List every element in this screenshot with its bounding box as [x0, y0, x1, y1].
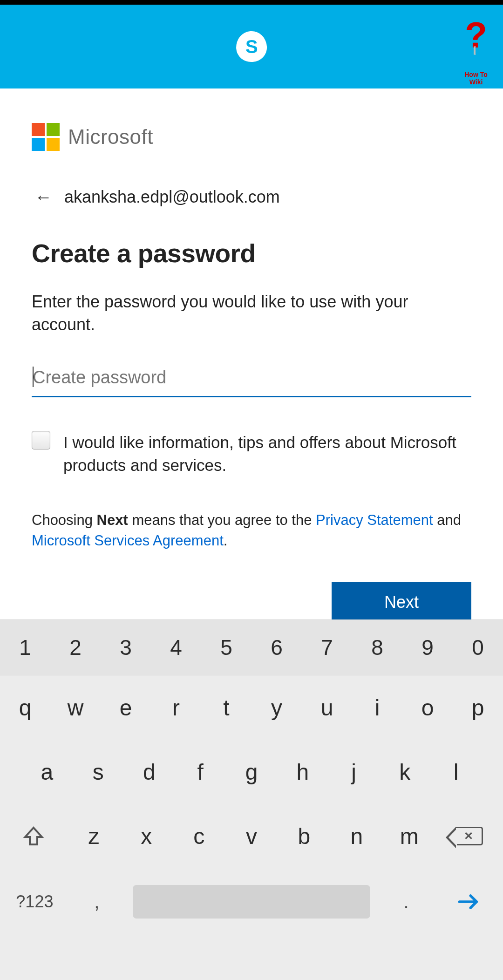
- key-f[interactable]: f: [176, 742, 224, 801]
- marketing-optin-checkbox[interactable]: [32, 431, 50, 449]
- keyboard-row-3: z x c v b n m ✕: [0, 804, 503, 868]
- key-a[interactable]: a: [23, 742, 71, 801]
- backspace-icon: ✕: [456, 827, 483, 845]
- arrow-right-icon: [456, 890, 481, 914]
- key-6[interactable]: 6: [252, 619, 302, 675]
- space-key[interactable]: [133, 885, 370, 919]
- microsoft-text: Microsoft: [68, 125, 153, 149]
- keyboard-bottom-row: ?123 , .: [0, 868, 503, 933]
- key-w[interactable]: w: [52, 678, 99, 737]
- privacy-statement-link[interactable]: Privacy Statement: [316, 512, 433, 528]
- key-j[interactable]: j: [330, 742, 378, 801]
- key-7[interactable]: 7: [302, 619, 352, 675]
- key-n[interactable]: n: [332, 807, 381, 865]
- text-caret: [33, 367, 34, 387]
- content-area: Microsoft ← akanksha.edpl@outlook.com Cr…: [0, 88, 503, 622]
- howto-watermark: ? How To Wiki: [457, 20, 495, 86]
- marketing-optin-label: I would like information, tips and offer…: [63, 431, 471, 476]
- key-r[interactable]: r: [152, 678, 200, 737]
- key-l[interactable]: l: [432, 742, 480, 801]
- enter-key[interactable]: [435, 873, 502, 931]
- key-o[interactable]: o: [404, 678, 451, 737]
- microsoft-logo-icon: [32, 123, 60, 151]
- status-bar: [0, 0, 503, 5]
- keyboard-row-1: q w e r t y u i o p: [0, 675, 503, 740]
- question-mark-icon: ?: [457, 20, 495, 49]
- marketing-optin-row[interactable]: I would like information, tips and offer…: [32, 431, 471, 476]
- key-p[interactable]: p: [454, 678, 502, 737]
- key-3[interactable]: 3: [101, 619, 151, 675]
- key-z[interactable]: z: [69, 807, 119, 865]
- symbols-key[interactable]: ?123: [1, 873, 68, 931]
- shift-icon: [22, 825, 45, 847]
- key-c[interactable]: c: [174, 807, 224, 865]
- account-email-row[interactable]: ← akanksha.edpl@outlook.com: [32, 185, 471, 209]
- microsoft-brand: Microsoft: [32, 123, 471, 151]
- page-title: Create a password: [32, 238, 471, 268]
- legal-next-word: Next: [97, 512, 128, 528]
- key-x[interactable]: x: [122, 807, 171, 865]
- backspace-key[interactable]: ✕: [437, 807, 502, 865]
- page-subtitle: Enter the password you would like to use…: [32, 291, 471, 336]
- period-key[interactable]: .: [380, 873, 432, 931]
- keyboard-row-2: a s d f g h j k l: [0, 740, 503, 804]
- key-v[interactable]: v: [227, 807, 277, 865]
- services-agreement-link[interactable]: Microsoft Services Agreement: [32, 532, 224, 549]
- key-2[interactable]: 2: [50, 619, 101, 675]
- key-4[interactable]: 4: [151, 619, 201, 675]
- key-5[interactable]: 5: [201, 619, 252, 675]
- password-field-wrap[interactable]: [32, 362, 471, 397]
- key-u[interactable]: u: [303, 678, 351, 737]
- skype-icon: S: [235, 30, 267, 62]
- key-m[interactable]: m: [384, 807, 434, 865]
- keyboard-number-row: 1 2 3 4 5 6 7 8 9 0: [0, 619, 503, 675]
- account-email: akanksha.edpl@outlook.com: [64, 187, 280, 207]
- app-header: S ? How To Wiki: [0, 5, 503, 88]
- back-arrow-icon[interactable]: ←: [32, 185, 55, 209]
- key-s[interactable]: s: [74, 742, 122, 801]
- key-b[interactable]: b: [279, 807, 329, 865]
- key-q[interactable]: q: [1, 678, 49, 737]
- key-d[interactable]: d: [125, 742, 174, 801]
- key-k[interactable]: k: [381, 742, 429, 801]
- next-button[interactable]: Next: [332, 582, 471, 622]
- key-8[interactable]: 8: [352, 619, 402, 675]
- key-0[interactable]: 0: [453, 619, 503, 675]
- key-e[interactable]: e: [102, 678, 150, 737]
- figure-icon: [466, 47, 483, 74]
- legal-text: Choosing Next means that you agree to th…: [32, 510, 471, 551]
- key-9[interactable]: 9: [402, 619, 453, 675]
- key-t[interactable]: t: [203, 678, 250, 737]
- comma-key[interactable]: ,: [71, 873, 123, 931]
- shift-key[interactable]: [1, 807, 66, 865]
- skype-letter: S: [245, 36, 258, 57]
- key-i[interactable]: i: [353, 678, 401, 737]
- password-input[interactable]: [32, 362, 471, 397]
- on-screen-keyboard[interactable]: 1 2 3 4 5 6 7 8 9 0 q w e r t y u i o p …: [0, 619, 503, 980]
- key-h[interactable]: h: [279, 742, 327, 801]
- key-g[interactable]: g: [227, 742, 276, 801]
- key-1[interactable]: 1: [0, 619, 50, 675]
- key-y[interactable]: y: [253, 678, 300, 737]
